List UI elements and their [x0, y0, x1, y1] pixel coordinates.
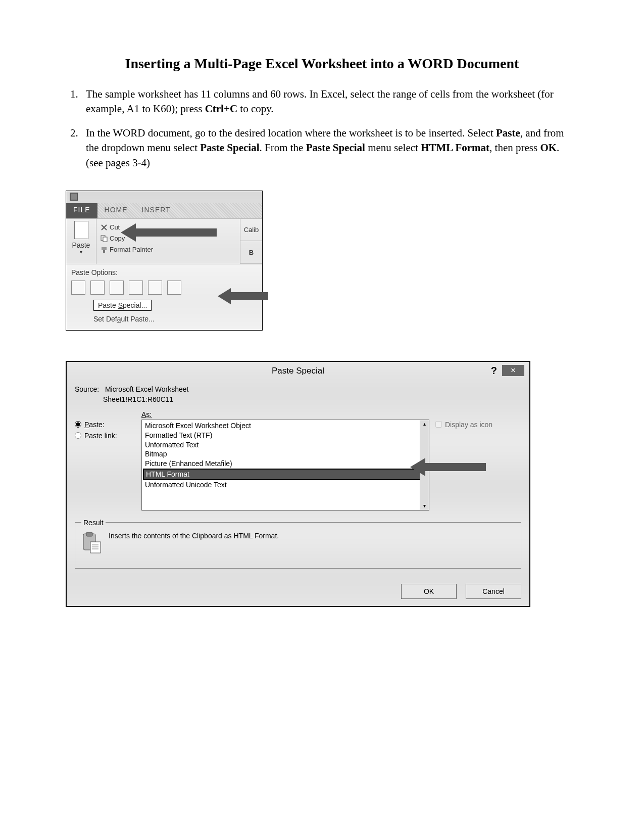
- list-item[interactable]: Formatted Text (RTF): [145, 431, 419, 440]
- dialog-title: Paste Special: [272, 366, 324, 376]
- copy-icon: [101, 235, 108, 242]
- svg-rect-1: [71, 194, 77, 200]
- instruction-list: The sample worksheet has 11 columns and …: [66, 87, 578, 170]
- display-as-icon-input: [435, 421, 442, 428]
- paintbrush-icon: [101, 246, 108, 253]
- tab-file[interactable]: FILE: [66, 203, 97, 218]
- word-app-icon: [69, 192, 78, 201]
- svg-rect-5: [103, 250, 105, 253]
- ribbon-tabs: FILE HOME INSERT: [66, 203, 262, 218]
- close-button[interactable]: ×: [502, 365, 524, 376]
- step-1: The sample worksheet has 11 columns and …: [81, 87, 578, 117]
- paste-special-dialog: Paste Special ? × Source: Microsoft Exce…: [66, 361, 530, 607]
- step-2: In the WORD document, go to the desired …: [81, 126, 578, 170]
- radio-paste-input[interactable]: [75, 421, 81, 428]
- scroll-down-icon[interactable]: ▾: [423, 502, 426, 510]
- paste-option-icons: [71, 281, 257, 295]
- bold-button[interactable]: B: [240, 241, 262, 264]
- paste-option-2[interactable]: [90, 281, 105, 295]
- paste-dropdown-arrow[interactable]: ▾: [66, 249, 96, 255]
- paste-options-header: Paste Options:: [71, 268, 257, 276]
- format-painter-button[interactable]: Format Painter: [101, 244, 236, 255]
- format-listbox[interactable]: Microsoft Excel Worksheet Object Formatt…: [141, 420, 429, 511]
- tab-home[interactable]: HOME: [97, 203, 135, 218]
- quick-access-toolbar: [66, 191, 262, 203]
- cut-button[interactable]: Cut: [101, 222, 236, 233]
- list-item[interactable]: Microsoft Excel Worksheet Object: [145, 421, 419, 431]
- list-item[interactable]: Bitmap: [145, 449, 419, 459]
- paste-option-1[interactable]: [71, 281, 85, 295]
- scissors-icon: [101, 224, 108, 231]
- list-item-selected[interactable]: HTML Format: [143, 469, 421, 480]
- word-ribbon-screenshot: FILE HOME INSERT Paste ▾ Cut Copy Format…: [66, 191, 263, 331]
- display-as-icon-checkbox[interactable]: Display as icon: [435, 421, 521, 429]
- svg-rect-4: [102, 247, 107, 250]
- cancel-button[interactable]: Cancel: [466, 584, 521, 599]
- paste-button[interactable]: Paste ▾: [66, 219, 96, 264]
- radio-paste[interactable]: Paste:: [75, 421, 135, 429]
- copy-button[interactable]: Copy: [101, 233, 236, 244]
- svg-rect-9: [86, 532, 92, 536]
- font-name-fragment: Calib: [240, 219, 262, 242]
- scroll-up-icon[interactable]: ▴: [423, 420, 426, 428]
- list-item[interactable]: Unformatted Text: [145, 440, 419, 450]
- list-item[interactable]: Unformatted Unicode Text: [145, 480, 419, 490]
- help-button[interactable]: ?: [491, 365, 497, 377]
- clipboard-result-icon: [81, 532, 102, 554]
- paste-option-6[interactable]: [167, 281, 181, 295]
- clipboard-icon: [74, 221, 88, 239]
- ok-button[interactable]: OK: [401, 584, 457, 599]
- page-title: Inserting a Multi-Page Excel Worksheet i…: [66, 56, 578, 72]
- paste-option-3[interactable]: [110, 281, 124, 295]
- paste-label: Paste: [66, 241, 96, 249]
- result-legend: Result: [81, 519, 106, 527]
- radio-paste-link-input[interactable]: [75, 432, 81, 439]
- paste-option-5[interactable]: [148, 281, 162, 295]
- dialog-titlebar: Paste Special ? ×: [67, 362, 529, 380]
- set-default-paste-menu-item[interactable]: Set Default Paste...: [93, 315, 257, 323]
- as-label: As:: [141, 410, 429, 419]
- svg-rect-3: [103, 237, 107, 242]
- svg-rect-10: [90, 542, 101, 553]
- source-line-2: Sheet1!R1C1:R60C11: [103, 395, 521, 403]
- paste-special-menu-item[interactable]: Paste Special...: [93, 300, 152, 311]
- paste-dropdown-panel: Paste Options: Paste Special... Paste Sp…: [66, 264, 262, 330]
- list-item[interactable]: Picture (Enhanced Metafile): [145, 459, 419, 469]
- result-group: Result Inserts the contents of the Clipb…: [75, 519, 521, 569]
- source-line-1: Source: Microsoft Excel Worksheet: [75, 385, 521, 393]
- radio-paste-link[interactable]: Paste link:: [75, 432, 135, 440]
- result-description: Inserts the contents of the Clipboard as…: [109, 532, 279, 540]
- scrollbar[interactable]: ▴ ▾: [420, 420, 429, 510]
- tab-insert[interactable]: INSERT: [135, 203, 178, 218]
- paste-option-4[interactable]: [129, 281, 143, 295]
